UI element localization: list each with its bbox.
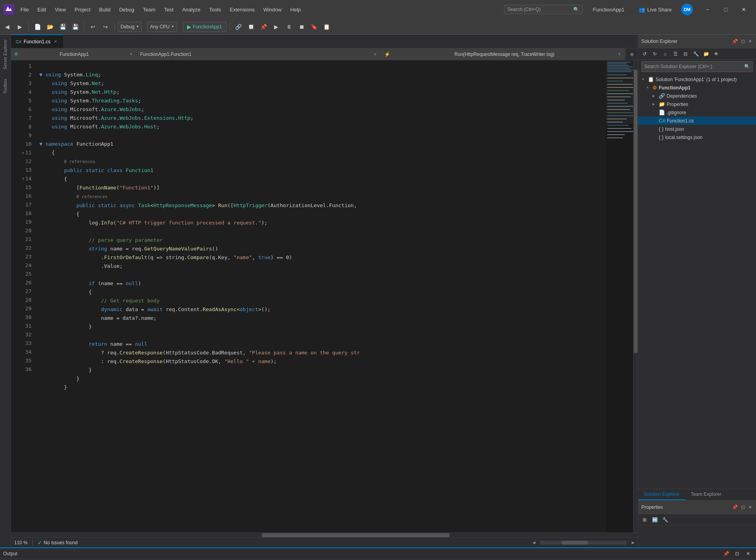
save-all-btn[interactable]: 💾 (70, 21, 81, 32)
toolbar-back-btn[interactable]: ◀ (2, 21, 13, 32)
tab-cs-icon: C# (16, 39, 21, 44)
menu-tools[interactable]: Tools (205, 5, 225, 14)
solution-explorer-header: Solution Explorer 📌 ⊡ ✕ (638, 35, 756, 48)
function1-cs-item[interactable]: C# Function1.cs (638, 117, 756, 125)
toolbar-btn-9[interactable]: ⏹ (296, 21, 307, 32)
menu-team[interactable]: Team (139, 5, 159, 14)
unpin-icon-2[interactable]: ⊡ (740, 504, 746, 511)
undo-btn[interactable]: ↩ (87, 21, 98, 32)
horizontal-scrollbar[interactable] (11, 532, 638, 537)
expand-arrow: ▼ (641, 78, 646, 81)
menu-extensions[interactable]: Extensions (226, 5, 259, 14)
breadcrumb-method: Run(HttpRequestMessage req, TraceWriter … (454, 52, 554, 57)
solution-root-item[interactable]: ▼ 📋 Solution 'FunctionApp1' (1 of 1 proj… (638, 75, 756, 83)
toolbar-fwd-btn[interactable]: ▶ (14, 21, 25, 32)
menu-analyze[interactable]: Analyze (178, 5, 204, 14)
localsettings-item[interactable]: { } local.settings.json (638, 133, 756, 141)
zoom-level[interactable]: 110 % (14, 540, 28, 545)
refresh-btn[interactable]: ↻ (650, 50, 660, 58)
menu-project[interactable]: Project (70, 5, 94, 14)
new-project-btn[interactable]: 📄 (32, 21, 43, 32)
menu-view[interactable]: View (51, 5, 70, 14)
scroll-right-icon[interactable]: ▶ (632, 540, 635, 545)
toolbar-btn-10[interactable]: 🔖 (309, 21, 320, 32)
search-box[interactable]: Search (Ctrl+Q) 🔍 (504, 5, 583, 14)
menu-window[interactable]: Window (259, 5, 285, 14)
output-close-btn[interactable]: ✕ (743, 549, 753, 558)
tab-solution-explorer[interactable]: Solution Explorer (638, 489, 685, 500)
close-panel-icon-2[interactable]: ✕ (747, 504, 753, 511)
code-editor[interactable]: 12345 678910 ▶11 1213 ▼14 1516171819 202… (11, 60, 638, 537)
menu-help[interactable]: Help (286, 5, 305, 14)
unpin-icon[interactable]: ⊡ (740, 38, 746, 45)
project-label: FunctionApp1 (659, 85, 691, 91)
toolbar-btn-7[interactable]: ▶ (271, 21, 282, 32)
run-button[interactable]: ▶ FunctionApp1 (183, 22, 226, 32)
maximize-button[interactable]: □ (717, 0, 735, 19)
tab-team-explorer[interactable]: Team Explorer (685, 489, 726, 500)
toolbar-btn-6[interactable]: 📌 (258, 21, 269, 32)
filter-btn[interactable]: ☰ (671, 50, 680, 58)
properties-title: Properties (641, 504, 663, 510)
toolbar-btn-8[interactable]: ⏸ (284, 21, 295, 32)
menu-edit[interactable]: Edit (33, 5, 50, 14)
live-share-button[interactable]: 👥 Live Share (635, 5, 676, 14)
properties-item[interactable]: ▶ 📁 Properties (638, 100, 756, 108)
debug-config-dropdown[interactable]: Debug ▼ (118, 22, 142, 32)
server-explorer-tab[interactable]: Server Explorer (0, 35, 11, 74)
pin-icon[interactable]: 📌 (731, 38, 739, 45)
class-dropdown[interactable]: FunctionApp1.Function1 ▼ (137, 48, 381, 60)
scroll-position-bar[interactable] (540, 541, 627, 545)
project-item[interactable]: ▼ ⚙ FunctionApp1 (638, 83, 756, 92)
alphabetical-btn[interactable]: 🔤 (650, 515, 660, 524)
no-arrow (652, 119, 657, 122)
user-avatar[interactable]: DM (681, 4, 693, 15)
toolbar-btn-11[interactable]: 📋 (321, 21, 332, 32)
categorized-btn[interactable]: ⊞ (640, 515, 649, 524)
show-files-btn[interactable]: 📁 (701, 50, 711, 58)
sync-btn[interactable]: ↺ (640, 50, 649, 58)
toolbox-tab[interactable]: Toolbox (0, 74, 11, 98)
scroll-thumb[interactable] (262, 533, 450, 537)
minimize-button[interactable]: − (699, 0, 717, 19)
close-button[interactable]: ✕ (735, 0, 753, 19)
menu-build[interactable]: Build (95, 5, 115, 14)
json-icon: { } (659, 126, 663, 132)
scroll-left-icon[interactable]: ◀ (532, 540, 536, 545)
tab-close-btn[interactable]: ✕ (53, 39, 58, 45)
menu-file[interactable]: File (17, 5, 33, 14)
method-dropdown[interactable]: ⚡ Run(HttpRequestMessage req, TraceWrite… (381, 48, 625, 60)
attach-btn[interactable]: 🔗 (233, 21, 244, 32)
output-unpin-btn[interactable]: ⊡ (732, 549, 742, 558)
close-panel-icon[interactable]: ✕ (747, 38, 753, 45)
save-btn[interactable]: 💾 (57, 21, 68, 32)
menu-test[interactable]: Test (160, 5, 178, 14)
menu-debug[interactable]: Debug (115, 5, 138, 14)
open-btn[interactable]: 📂 (44, 21, 56, 32)
output-header: Output 📌 ⊡ ✕ (0, 548, 756, 559)
platform-dropdown[interactable]: Any CPU ▼ (147, 22, 177, 32)
prop-pages-btn[interactable]: 🔧 (660, 515, 670, 524)
share-icon: 👥 (639, 7, 645, 13)
home-btn[interactable]: ⌂ (660, 50, 670, 58)
vertical-scrollbar[interactable] (633, 60, 638, 532)
split-editor-btn[interactable]: ⊕ (625, 52, 638, 57)
search-solution-input[interactable]: Search Solution Explorer (Ctrl+;) 🔍 (641, 61, 753, 72)
hostjson-item[interactable]: { } host.json (638, 125, 756, 133)
pin-icon-2[interactable]: 📌 (731, 504, 739, 511)
toolbar-btn-5[interactable]: 🔲 (246, 21, 257, 32)
editor-tab-function1[interactable]: C# Function1.cs ✕ (11, 34, 63, 48)
properties-folder-icon: 📁 (659, 101, 665, 107)
solution-explorer-title: Solution Explorer (641, 39, 677, 44)
project-dropdown[interactable]: ⚙ FunctionApp1 ▼ (11, 48, 137, 60)
gitignore-item[interactable]: 📄 .gitignore (638, 108, 756, 117)
preview-btn[interactable]: 👁 (712, 50, 721, 58)
localsettings-label: local.settings.json (665, 135, 702, 140)
redo-btn[interactable]: ↪ (100, 21, 111, 32)
dependencies-item[interactable]: ▶ 🔗 Dependencies (638, 92, 756, 100)
svg-rect-24 (607, 128, 632, 129)
properties-btn[interactable]: 🔧 (691, 50, 700, 58)
code-content[interactable]: ▼ using System.Linq; using System.Net; u… (35, 60, 606, 532)
output-pin-btn[interactable]: 📌 (721, 549, 731, 558)
collapse-btn[interactable]: ⊟ (681, 50, 690, 58)
